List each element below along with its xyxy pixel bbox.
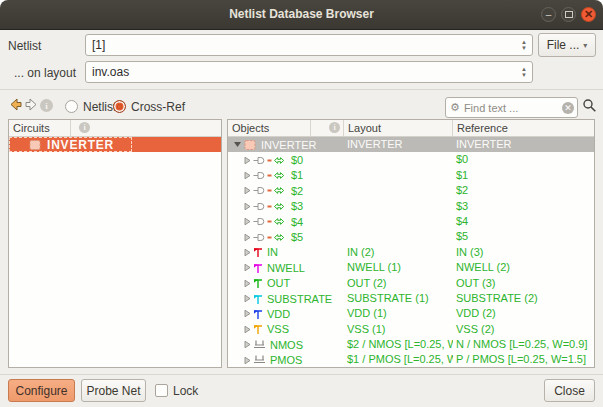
expand-arrow-icon[interactable] [242, 233, 252, 242]
layout-cell [344, 183, 453, 198]
reference-cell: IN (3) [453, 245, 596, 260]
tree-row[interactable]: $2$2 [228, 183, 594, 198]
expand-arrow-icon[interactable] [242, 248, 252, 257]
tree-row[interactable]: NWELLNWELL (1)NWELL (2) [228, 260, 594, 275]
layout-select[interactable]: inv.oas ▲▼ [85, 61, 533, 83]
close-button[interactable]: Close [544, 379, 595, 402]
tree-row[interactable]: SUBSTRATESUBSTRATE (1)SUBSTRATE (2) [228, 291, 594, 306]
configure-button-label: Configure [15, 384, 67, 398]
circuits-column-header[interactable]: Circuits [9, 120, 71, 136]
objects-cell: $1 [228, 168, 345, 183]
object-name: $0 [291, 154, 303, 166]
search-button[interactable] [582, 98, 597, 117]
tree-row[interactable]: $3$3 [228, 199, 594, 214]
objects-cell: OUT [228, 276, 345, 291]
netlist-value: [1] [92, 38, 105, 52]
reference-cell: $3 [453, 199, 596, 214]
objects-cell: NMOS [228, 337, 345, 352]
layout-value: inv.oas [92, 65, 129, 79]
tree-row[interactable]: $4$4 [228, 214, 594, 229]
maximize-button[interactable] [561, 7, 576, 22]
expand-arrow-icon[interactable] [242, 156, 252, 165]
pin-icon [253, 293, 263, 305]
expand-arrow-icon[interactable] [242, 186, 252, 195]
objects-column-header[interactable]: Objects [228, 120, 311, 136]
expand-arrow-icon[interactable] [242, 309, 252, 318]
object-name: $5 [291, 231, 303, 243]
on-layout-label: ... on layout [14, 66, 76, 80]
configure-button[interactable]: Configure [8, 379, 75, 402]
tree-row[interactable]: ININ (2)IN (3) [228, 245, 594, 260]
find-text-input[interactable] [462, 101, 562, 115]
reference-cell: VSS (2) [453, 322, 596, 337]
objects-cell: $2 [228, 183, 345, 198]
collapse-arrow-icon[interactable] [232, 140, 242, 149]
window-controls: – ✕ [541, 7, 596, 22]
object-name: NMOS [270, 339, 303, 351]
info-column-header-icon[interactable]: i [329, 122, 340, 133]
tree-row[interactable]: $1$1 [228, 168, 594, 183]
tree-row[interactable]: INVERTERINVERTERINVERTER [228, 137, 594, 152]
layout-cell: SUBSTRATE (1) [344, 291, 453, 306]
tree-row[interactable]: $0$0 [228, 152, 594, 167]
expand-arrow-icon[interactable] [242, 171, 252, 180]
tree-row[interactable]: NMOS$2 / NMOS [L=0.25, W=0.N / NMOS [L=0… [228, 337, 594, 352]
tree-row[interactable]: OUTOUT (2)OUT (3) [228, 276, 594, 291]
objects-cell: $5 [228, 229, 345, 244]
forward-button[interactable] [24, 97, 39, 116]
objects-cell: $4 [228, 214, 345, 229]
pin-icon [253, 308, 263, 320]
layout-cell: INVERTER [344, 137, 453, 152]
clear-search-icon[interactable]: ✕ [562, 102, 574, 114]
layout-cell [344, 199, 453, 214]
expand-arrow-icon[interactable] [242, 217, 252, 226]
reference-cell: $0 [453, 152, 596, 167]
reference-cell: $4 [453, 214, 596, 229]
search-options-gear-icon[interactable]: ⚙ [450, 101, 460, 114]
tree-row[interactable]: VSSVSS (1)VSS (2) [228, 322, 594, 337]
expand-arrow-icon[interactable] [242, 279, 252, 288]
reference-cell: SUBSTRATE (2) [453, 291, 596, 306]
layout-cell [344, 214, 453, 229]
layout-column-header[interactable]: Layout [344, 120, 453, 136]
file-menu-button[interactable]: File ... ▾ [538, 33, 596, 57]
netlist-radio[interactable] [65, 100, 78, 113]
crossref-radio[interactable] [113, 100, 126, 113]
objects-panel-header: Objects i Layout Reference [228, 120, 594, 137]
expand-arrow-icon[interactable] [242, 263, 252, 272]
expand-arrow-icon[interactable] [242, 356, 252, 365]
object-name: VSS [267, 323, 289, 335]
info-column-header-icon[interactable]: i [79, 122, 90, 133]
circuits-panel: Circuits i INVERTER [8, 119, 222, 368]
spinner-arrows-icon[interactable]: ▲▼ [521, 36, 527, 54]
tree-row[interactable]: VDDVDD (1)VDD (2) [228, 306, 594, 321]
info-button[interactable]: i [40, 99, 53, 112]
object-name: $2 [291, 185, 303, 197]
circuits-panel-header: Circuits i [9, 120, 221, 137]
tree-row[interactable]: $5$5 [228, 229, 594, 244]
probe-net-button-label: Probe Net [86, 384, 140, 398]
probe-net-button[interactable]: Probe Net [81, 379, 146, 402]
lock-checkbox[interactable] [155, 384, 168, 397]
window-title: Netlist Database Browser [0, 0, 603, 29]
expand-arrow-icon[interactable] [242, 325, 252, 334]
separator [0, 89, 603, 90]
close-window-button[interactable]: ✕ [581, 7, 596, 22]
titlebar[interactable]: Netlist Database Browser – ✕ [0, 0, 603, 30]
chip-icon [243, 139, 257, 151]
expand-arrow-icon[interactable] [242, 294, 252, 303]
tree-row[interactable]: PMOS$1 / PMOS [L=0.25, W=1.P / PMOS [L=0… [228, 352, 594, 367]
netlist-select[interactable]: [1] ▲▼ [85, 34, 533, 56]
minimize-button[interactable]: – [541, 7, 556, 22]
expand-arrow-icon[interactable] [242, 340, 252, 349]
device-icon [253, 354, 266, 366]
expand-arrow-icon[interactable] [242, 202, 252, 211]
reference-cell: P / PMOS [L=0.25, W=1.5] [453, 352, 596, 367]
reference-cell: INVERTER [453, 137, 596, 152]
layout-cell: IN (2) [344, 245, 453, 260]
objects-cell: VSS [228, 322, 345, 337]
back-button[interactable] [8, 97, 23, 116]
circuit-row[interactable]: INVERTER [9, 137, 221, 152]
spinner-arrows-icon[interactable]: ▲▼ [521, 63, 527, 81]
reference-column-header[interactable]: Reference [453, 120, 596, 136]
